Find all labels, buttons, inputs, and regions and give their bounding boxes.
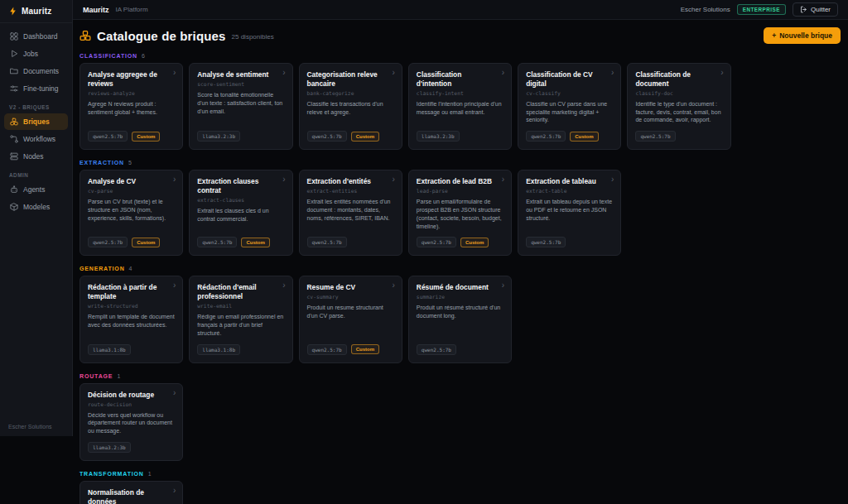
category-name: ROUTAGE (80, 373, 113, 379)
sidebar-item-modeles[interactable]: Modeles (4, 199, 68, 215)
sidebar-item-label: Jobs (23, 50, 38, 58)
brique-card-write-email[interactable]: Rédaction d'email professionnel › write-… (189, 276, 292, 362)
brique-description: Produit un résumé structuré d'un documen… (417, 304, 504, 320)
sidebar-item-label: Agents (23, 185, 45, 194)
sidebar: Mauritz DashboardJobsDocumentsFine-tunin… (0, 0, 73, 436)
app-logo-text: Mauritz (22, 7, 51, 16)
sidebar-item-agents[interactable]: Agents (4, 181, 68, 198)
brique-description: Rédige un email professionnel en françai… (197, 313, 284, 337)
brique-card-cv-summary[interactable]: Resume de CV › cv-summary Produit un res… (299, 276, 402, 362)
brique-card-classify-doc[interactable]: Classification de document › classify-do… (627, 63, 730, 150)
chevron-right-icon: › (720, 69, 723, 77)
model-badge: llama3.2:3b (417, 131, 460, 142)
sidebar-item-jobs[interactable]: Jobs (4, 46, 68, 62)
brique-slug: bank-categorize (307, 90, 394, 96)
brique-slug: reviews-analyze (88, 90, 175, 96)
brique-chips: qwen2.5:7b Custom (526, 131, 613, 142)
brique-title: Extraction de tableau (526, 177, 613, 186)
brique-slug: write-email (197, 303, 284, 309)
brique-chips: qwen2.5:7b (526, 237, 613, 247)
sidebar-item-workflows[interactable]: Workflows (4, 131, 68, 147)
brique-description: Extrait les clauses cles d un contrat co… (197, 207, 284, 223)
brique-card-extract-table[interactable]: Extraction de tableau › extract-table Ex… (518, 170, 621, 256)
brique-card-bank-categorize[interactable]: Categorisation releve bancaire › bank-ca… (299, 63, 402, 150)
bolt-icon (8, 7, 17, 16)
quit-button-label: Quitter (811, 6, 831, 13)
brique-chips: qwen2.5:7b (417, 344, 504, 355)
brique-card-cv-classify[interactable]: Classification de CV digital › cv-classi… (518, 63, 621, 150)
model-badge: qwen2.5:7b (307, 344, 347, 355)
brique-chips: llama3.2:3b (88, 442, 175, 453)
new-brique-button[interactable]: + Nouvelle brique (764, 27, 841, 44)
brique-chips: qwen2.5:7b (307, 237, 394, 247)
sidebar-item-fine-tuning[interactable]: Fine-tuning (4, 80, 68, 97)
topbar-brand-suffix: IA Platform (116, 6, 148, 13)
category-name: EXTRACTION (80, 160, 124, 166)
category-header: TRANSFORMATION 1 (80, 471, 841, 477)
chevron-right-icon: › (173, 281, 176, 290)
brique-card-reviews-analyze[interactable]: Analyse aggregee de reviews › reviews-an… (80, 63, 183, 150)
brique-card-normalize-data[interactable]: Normalisation de données › normalize-dat… (80, 481, 183, 504)
sidebar-item-label: Fine-tuning (23, 84, 59, 93)
custom-badge: Custom (351, 344, 379, 354)
brique-slug: score-sentiment (197, 81, 284, 87)
brique-card-cv-parse[interactable]: Analyse de CV › cv-parse Parse un CV bru… (80, 170, 183, 256)
custom-badge: Custom (351, 132, 379, 142)
brique-description: Parse un email/formulaire de prospect B2… (417, 198, 504, 230)
nav-section-header: V2 - BRIQUES (9, 104, 63, 110)
chevron-right-icon: › (173, 487, 176, 495)
logout-icon (800, 6, 807, 13)
brique-card-lead-parse[interactable]: Extraction de lead B2B › lead-parse Pars… (408, 170, 512, 256)
sidebar-item-dashboard[interactable]: Dashboard (4, 28, 68, 45)
chevron-right-icon: › (282, 281, 285, 290)
brique-slug: classify-intent (417, 90, 504, 96)
custom-badge: Custom (460, 238, 489, 247)
bricks-icon (10, 118, 18, 126)
category-count: 6 (142, 53, 145, 59)
chevron-right-icon: › (502, 281, 504, 290)
quit-button[interactable]: Quitter (793, 2, 838, 17)
plan-badge: ENTERPRISE (737, 4, 786, 15)
plus-icon: + (772, 31, 776, 40)
chevron-right-icon: › (393, 281, 395, 290)
category-count: 5 (128, 160, 132, 166)
category-section-generation: GENERATION 4 Rédaction à partir de templ… (80, 266, 841, 362)
brique-card-write-structured[interactable]: Rédaction à partir de template › write-s… (80, 276, 183, 362)
category-count: 1 (148, 471, 152, 477)
brique-slug: extract-table (526, 188, 613, 194)
custom-badge: Custom (570, 132, 598, 142)
brique-card-extract-clauses[interactable]: Extraction clauses contrat › extract-cla… (189, 170, 292, 256)
brique-chips: llama3.1:8b (88, 344, 175, 355)
brique-chips: qwen2.5:7b Custom (307, 131, 394, 142)
sidebar-item-briques[interactable]: Briques (4, 113, 68, 130)
cube-icon (10, 203, 18, 211)
brique-card-extract-entities[interactable]: Extraction d'entités › extract-entities … (299, 170, 402, 256)
custom-badge: Custom (132, 132, 160, 142)
model-badge: qwen2.5:7b (526, 131, 566, 142)
topbar: Mauritz IA Platform Escher Solutions ENT… (73, 0, 848, 20)
brique-slug: write-structured (88, 303, 175, 309)
model-badge: qwen2.5:7b (88, 131, 128, 142)
nav-section-header: ADMIN (9, 172, 63, 178)
brique-chips: llama3.2:3b (197, 131, 284, 142)
brique-description: Identifie le type d'un document : factur… (635, 100, 722, 124)
brique-slug: cv-parse (88, 188, 175, 194)
brique-card-score-sentiment[interactable]: Analyse de sentiment › score-sentiment S… (189, 63, 292, 150)
new-brique-button-label: Nouvelle brique (779, 31, 832, 40)
model-badge: llama3.2:3b (197, 131, 240, 142)
main-content[interactable]: Catalogue de briques 25 disponibles + No… (73, 20, 848, 504)
sidebar-item-documents[interactable]: Documents (4, 63, 68, 79)
bot-icon (10, 185, 18, 194)
category-header: ROUTAGE 1 (80, 373, 841, 379)
brique-card-summarize[interactable]: Résumé de document › summarize Produit u… (408, 276, 512, 362)
brique-chips: llama3.2:3b (417, 131, 504, 142)
chevron-right-icon: › (611, 175, 614, 184)
card-grid: Normalisation de données › normalize-dat… (80, 481, 841, 504)
sidebar-item-nodes[interactable]: Nodes (4, 148, 68, 165)
brique-card-route-decision[interactable]: Décision de routage › route-decision Déc… (80, 383, 183, 461)
model-badge: qwen2.5:7b (417, 344, 456, 355)
brique-title: Analyse de sentiment (197, 70, 284, 79)
model-badge: qwen2.5:7b (88, 237, 128, 247)
play-icon (10, 50, 18, 58)
brique-card-classify-intent[interactable]: Classification d'intention › classify-in… (408, 63, 512, 150)
